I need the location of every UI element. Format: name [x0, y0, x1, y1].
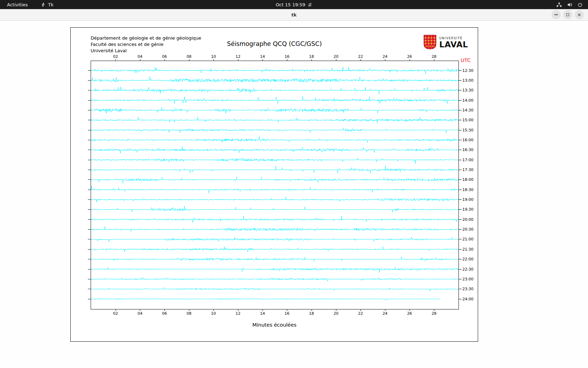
tk-app-icon [41, 2, 46, 7]
close-button[interactable]: ✕ [575, 10, 584, 19]
x-tick-bottom [385, 309, 385, 311]
trace-time-label: 23:00 [462, 277, 474, 281]
trace-tick-right [458, 299, 462, 299]
trace-tick-right [458, 199, 462, 200]
tk-app-label: Tk [48, 2, 53, 7]
x-tick-bottom [164, 309, 165, 311]
x-tick-top [140, 59, 140, 61]
logo-text-universite: UNIVERSITÉ [439, 37, 468, 40]
x-tick-label-bottom: 06 [160, 311, 169, 316]
trace-time-label: 20:00 [462, 217, 474, 222]
trace-tick-left [88, 90, 91, 90]
network-share-icon[interactable] [556, 2, 562, 7]
logo-text-laval: LAVAL [439, 41, 468, 49]
x-tick-top [238, 59, 238, 61]
window-titlebar[interactable]: tk ✕ [0, 9, 588, 21]
x-tick-label-top: 18 [307, 54, 316, 59]
trace-time-label: 21:30 [462, 247, 474, 252]
trace-tick-left [88, 120, 91, 120]
x-axis-label: Minutes écoulées [91, 322, 458, 328]
trace-tick-left [88, 249, 91, 250]
x-tick-bottom [410, 309, 410, 311]
trace-tick-left [88, 259, 91, 259]
seismograph-frame: Département de géologie et de génie géol… [70, 27, 478, 342]
x-tick-label-top: 22 [356, 54, 365, 59]
x-tick-label-top: 06 [160, 54, 169, 59]
trace-tick-left [88, 179, 91, 180]
utc-label: UTC [461, 57, 471, 63]
x-tick-label-bottom: 24 [380, 311, 390, 316]
trace-time-label: 15:30 [462, 128, 474, 132]
x-tick-label-top: 08 [184, 54, 194, 59]
chart-title: Séismographe QCQ (CGC/GSC) [91, 40, 458, 47]
trace-time-label: 16:00 [462, 138, 474, 142]
x-tick-bottom [434, 309, 434, 311]
trace-tick-left [88, 219, 91, 220]
x-tick-top [434, 59, 434, 61]
x-tick-bottom [336, 309, 336, 311]
trace-time-label: 22:00 [462, 257, 474, 261]
x-tick-bottom [115, 309, 116, 311]
activities-button[interactable]: Activities [5, 0, 30, 9]
trace-tick-right [458, 90, 462, 90]
universite-laval-logo: UNIVERSITÉ LAVAL [424, 35, 468, 51]
trace-tick-left [88, 110, 91, 110]
trace-tick-right [458, 160, 462, 160]
trace-tick-left [88, 160, 91, 160]
trace-time-label: 21:00 [462, 237, 474, 241]
trace-tick-right [458, 259, 462, 259]
trace-time-label: 19:30 [462, 207, 474, 212]
trace-tick-left [88, 199, 91, 200]
institution-line: Université Laval [91, 48, 201, 54]
trace-time-label: 23:30 [462, 287, 474, 291]
trace-time-label: 13:30 [462, 88, 474, 93]
trace-tick-left [88, 299, 91, 299]
trace-tick-right [458, 289, 462, 289]
volume-icon[interactable] [567, 2, 572, 7]
clock-button[interactable]: Oct 15 19:59 [274, 0, 315, 9]
x-tick-label-bottom: 10 [209, 311, 218, 316]
trace-tick-left [88, 80, 91, 81]
trace-time-label: 18:30 [462, 188, 474, 192]
x-tick-label-top: 20 [331, 54, 341, 59]
x-tick-top [262, 59, 263, 61]
x-tick-label-bottom: 04 [135, 311, 145, 316]
trace-tick-left [88, 140, 91, 140]
x-tick-label-top: 26 [405, 54, 414, 59]
x-tick-top [115, 59, 116, 61]
trace-time-label: 16:30 [462, 148, 474, 152]
x-tick-bottom [262, 309, 263, 311]
trace-tick-right [458, 130, 462, 130]
trace-tick-left [88, 229, 91, 230]
trace-tick-right [458, 279, 462, 279]
tk-app-indicator[interactable]: Tk [39, 0, 55, 9]
minimize-button[interactable] [552, 10, 561, 19]
x-tick-top [189, 59, 189, 61]
x-tick-label-top: 24 [380, 54, 390, 59]
x-tick-label-top: 16 [282, 54, 292, 59]
maximize-button[interactable] [563, 10, 572, 19]
trace-time-label: 22:30 [462, 267, 474, 272]
x-tick-top [312, 59, 312, 61]
trace-time-label: 19:00 [462, 197, 474, 202]
trace-time-label: 17:30 [462, 168, 474, 172]
x-tick-label-bottom: 14 [258, 311, 267, 316]
x-tick-label-bottom: 20 [331, 311, 341, 316]
power-icon[interactable] [578, 2, 582, 7]
trace-tick-left [88, 269, 91, 270]
x-tick-label-top: 04 [135, 54, 145, 59]
x-tick-top [214, 59, 214, 61]
x-tick-label-bottom: 16 [282, 311, 292, 316]
trace-time-label: 12:30 [462, 68, 474, 73]
trace-time-label: 18:00 [462, 177, 474, 182]
x-tick-top [410, 59, 410, 61]
x-tick-label-bottom: 28 [429, 311, 439, 316]
maximize-icon [566, 13, 569, 16]
x-tick-label-top: 28 [429, 54, 439, 59]
x-tick-bottom [312, 309, 312, 311]
app-window-body: Département de géologie et de génie géol… [0, 21, 588, 368]
x-tick-label-bottom: 18 [307, 311, 316, 316]
trace-tick-right [458, 179, 462, 180]
trace-tick-left [88, 70, 91, 71]
trace-tick-left [88, 190, 91, 190]
